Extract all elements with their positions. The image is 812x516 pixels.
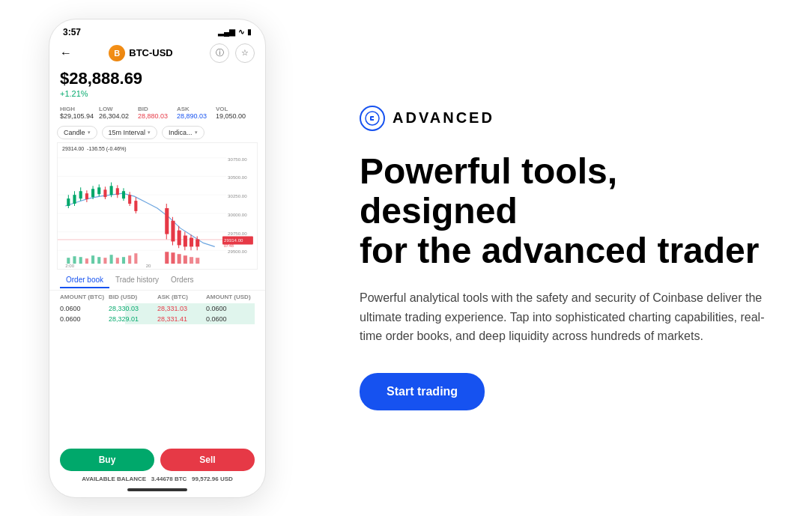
status-bar: 3:57 ▂▄▆ ∿ ▮ (49, 19, 265, 40)
svg-text:2:00: 2:00 (65, 264, 75, 268)
price-change: +1.21% (60, 89, 255, 98)
tab-trade-history[interactable]: Trade history (109, 274, 165, 288)
sell-button[interactable]: Sell (160, 449, 255, 471)
indicator-button[interactable]: Indica... ▾ (162, 126, 204, 139)
signal-icon: ▂▄▆ (218, 28, 235, 36)
start-trading-button[interactable]: Start trading (360, 373, 485, 410)
ob-header-amount-usd: AMOUNT (USD) (206, 294, 255, 300)
candle-button[interactable]: Candle ▾ (57, 126, 97, 139)
coinbase-logo (360, 106, 385, 131)
wifi-icon: ∿ (238, 28, 244, 36)
candle-arrow-icon: ▾ (88, 130, 91, 136)
btc-icon: B (109, 45, 125, 61)
svg-rect-58 (165, 252, 169, 264)
chart-svg: 29314.00 07:48 (58, 143, 257, 269)
btc-letter: B (114, 49, 120, 58)
ob-header-ask-btc: ASK (BTC) (157, 294, 206, 300)
action-row: Buy Sell (49, 443, 265, 474)
interval-button[interactable]: 15m Interval ▾ (102, 126, 158, 139)
candle-label: Candle (64, 129, 85, 136)
status-icons: ▂▄▆ ∿ ▮ (218, 28, 252, 36)
interval-label: 15m Interval (109, 129, 146, 136)
interval-arrow-icon: ▾ (148, 130, 151, 136)
svg-text:30000.00: 30000.00 (228, 212, 247, 216)
price-section: $28,888.69 +1.21% (49, 67, 265, 103)
balance-usd: 99,572.96 USD (192, 476, 233, 482)
svg-text:30500.00: 30500.00 (228, 175, 247, 180)
svg-rect-56 (128, 255, 131, 264)
stat-high: HIGH $29,105.94 (60, 106, 99, 120)
order-bid-2: 28,329.01 (109, 315, 157, 323)
nav-bar: ← B BTC-USD ⓘ ☆ (49, 40, 265, 67)
svg-rect-61 (184, 255, 187, 264)
svg-point-72 (366, 112, 379, 125)
svg-rect-62 (190, 257, 193, 264)
order-amount-usd-2: 0.0600 (206, 315, 255, 323)
chart-controls: Candle ▾ 15m Interval ▾ Indica... ▾ (49, 123, 265, 142)
ob-header-amount-btc: AMOUNT (BTC) (60, 294, 109, 300)
chart-area: 29314.00 -136.55 (-0.46%) (57, 142, 258, 270)
brand-row: ADVANCED (360, 106, 767, 131)
svg-text:29314.00: 29314.00 (224, 238, 243, 243)
order-amount-usd-1: 0.0600 (206, 305, 255, 312)
stat-vol: VOL 19,050.00 (216, 106, 255, 120)
left-panel: 3:57 ▂▄▆ ∿ ▮ ← B BTC-USD ⓘ ☆ $28,888.6 (0, 0, 315, 516)
svg-text:07:48: 07:48 (224, 243, 234, 248)
tabs-row: Order book Trade history Orders (49, 270, 265, 291)
coinbase-logo-svg (365, 111, 380, 126)
svg-rect-47 (73, 256, 76, 264)
svg-rect-49 (85, 258, 88, 264)
svg-rect-63 (196, 258, 199, 264)
svg-rect-40 (196, 239, 199, 246)
price-main: $28,888.69 (60, 69, 255, 88)
star-button[interactable]: ☆ (235, 43, 255, 63)
svg-rect-60 (178, 254, 181, 264)
svg-text:20: 20 (146, 264, 151, 268)
svg-rect-52 (103, 258, 106, 264)
order-ask-2: 28,331.41 (157, 315, 206, 323)
tab-orders[interactable]: Orders (165, 274, 200, 288)
status-time: 3:57 (63, 27, 81, 37)
brand-name: ADVANCED (393, 109, 494, 127)
headline: Powerful tools, designed for the advance… (360, 152, 767, 270)
balance-btc: 3.44678 BTC (151, 476, 187, 482)
nav-title: B BTC-USD (109, 45, 173, 61)
balance-label: AVAILABLE BALANCE (82, 476, 149, 482)
order-book-headers: AMOUNT (BTC) BID (USD) ASK (BTC) AMOUNT … (49, 291, 265, 303)
back-button[interactable]: ← (60, 46, 72, 60)
svg-rect-42 (58, 239, 226, 240)
subtext: Powerful analytical tools with the safet… (360, 288, 767, 346)
headline-line1: Powerful tools, designed (360, 151, 617, 231)
ob-header-bid: BID (USD) (109, 294, 157, 300)
stat-bid: BID 28,880.03 (138, 106, 177, 120)
stat-ask: ASK 28,890.03 (177, 106, 216, 120)
pair-label: BTC-USD (129, 47, 173, 58)
svg-rect-53 (110, 255, 113, 264)
right-panel: ADVANCED Powerful tools, designed for th… (315, 76, 812, 440)
stats-row: HIGH $29,105.94 LOW 26,304.02 BID 28,880… (49, 103, 265, 123)
svg-rect-46 (67, 258, 70, 264)
svg-rect-51 (97, 257, 100, 264)
indicator-arrow-icon: ▾ (195, 130, 198, 136)
home-indicator (127, 488, 187, 491)
svg-text:29750.00: 29750.00 (228, 231, 247, 235)
svg-text:30750.00: 30750.00 (228, 157, 247, 161)
svg-rect-48 (79, 257, 82, 264)
svg-rect-36 (184, 235, 187, 246)
svg-rect-54 (116, 258, 119, 264)
order-amount-btc-1: 0.0600 (60, 305, 109, 312)
nav-actions: ⓘ ☆ (210, 43, 255, 63)
svg-rect-59 (171, 252, 175, 264)
tab-order-book[interactable]: Order book (60, 274, 109, 288)
indicator-label: Indica... (169, 129, 193, 136)
battery-icon: ▮ (247, 28, 252, 36)
balance-row: AVAILABLE BALANCE 3.44678 BTC 99,572.96 … (49, 474, 265, 488)
order-amount-btc-2: 0.0600 (60, 315, 109, 323)
info-button[interactable]: ⓘ (210, 43, 229, 63)
svg-rect-57 (134, 253, 137, 264)
svg-rect-55 (122, 257, 125, 264)
buy-button[interactable]: Buy (60, 449, 154, 471)
svg-text:30250.00: 30250.00 (228, 194, 247, 198)
order-bid-1: 28,330.03 (109, 305, 157, 312)
headline-line2: for the advanced trader (360, 231, 759, 270)
